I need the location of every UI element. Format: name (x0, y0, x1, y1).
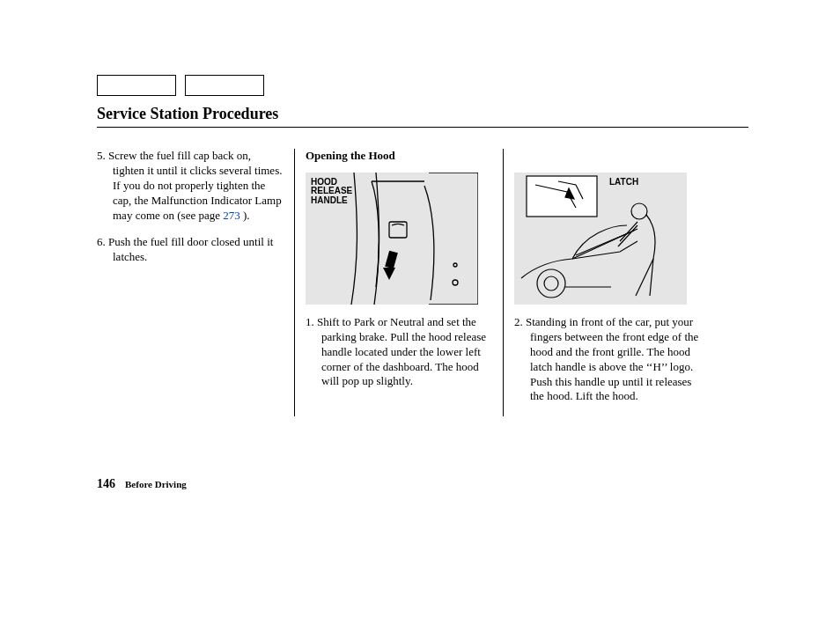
spacer (514, 149, 703, 173)
step-marker: 2. (514, 315, 523, 328)
hood-latch-illustration-icon (514, 173, 687, 305)
step-5: 5. Screw the fuel fill cap back on, tigh… (97, 149, 285, 223)
hood-release-label: HOOD RELEASE HANDLE (311, 178, 352, 206)
step-marker: 5. (97, 149, 106, 162)
section-name: Before Driving (125, 479, 187, 489)
step-text: Shift to Park or Neutral and set the par… (317, 315, 486, 388)
page-footer: 146 Before Driving (97, 477, 187, 491)
latch-label: LATCH (609, 178, 638, 188)
svg-point-2 (453, 263, 457, 267)
column-middle: Opening the Hood HOOD RELEASE HANDLE (294, 149, 503, 416)
decorative-top-boxes (97, 75, 748, 96)
step-text-after: ). (240, 209, 250, 222)
step-6: 6. Push the fuel fill door closed until … (97, 235, 285, 265)
top-box-left (97, 75, 176, 96)
page-number: 146 (97, 477, 115, 490)
top-box-right (185, 75, 264, 96)
svg-point-5 (544, 276, 558, 290)
hood-release-figure: HOOD RELEASE HANDLE (306, 173, 478, 305)
page-link-273[interactable]: 273 (223, 209, 240, 222)
step-1-hood: 1. Shift to Park or Neutral and set the … (306, 315, 494, 389)
hood-latch-figure: LATCH (514, 173, 687, 305)
step-marker: 1. (306, 315, 314, 328)
svg-point-6 (631, 203, 647, 219)
title-underline (97, 127, 748, 128)
svg-point-4 (537, 269, 565, 298)
step-text: Standing in front of the car, put your f… (526, 315, 698, 402)
step-2-latch: 2. Standing in front of the car, put you… (514, 315, 703, 404)
svg-point-1 (453, 280, 458, 285)
step-text-before: Screw the fuel fill cap back on, tighten… (108, 149, 282, 222)
page-section-title: Service Station Procedures (97, 105, 748, 123)
step-text: Push the fuel fill door closed until it … (108, 235, 273, 263)
column-right: LATCH (503, 149, 703, 416)
step-marker: 6. (97, 235, 106, 248)
column-left: 5. Screw the fuel fill cap back on, tigh… (97, 149, 294, 416)
opening-hood-heading: Opening the Hood (306, 149, 494, 164)
